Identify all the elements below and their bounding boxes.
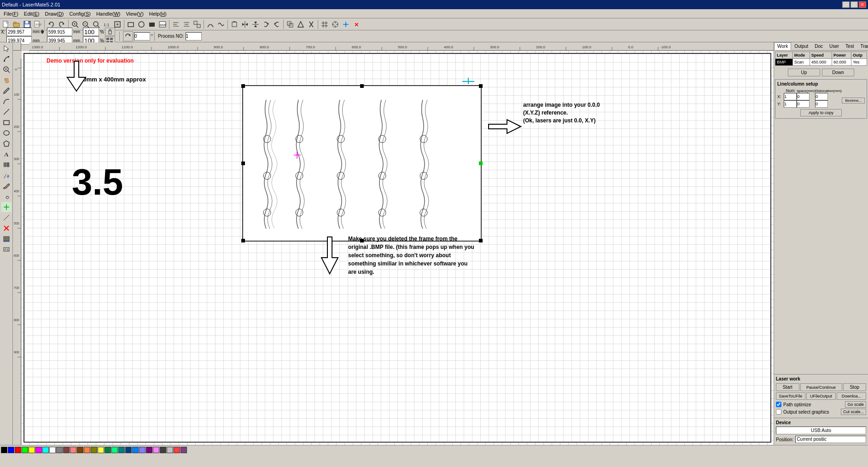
- lc-y-disloc-input[interactable]: [815, 100, 828, 108]
- color-swatch-white[interactable]: [49, 447, 56, 453]
- color-swatch-sky[interactable]: [132, 447, 139, 453]
- rotation-input[interactable]: [134, 32, 150, 40]
- color-swatch-orange-dark[interactable]: [77, 447, 83, 453]
- fill-tool-button[interactable]: [1, 170, 12, 180]
- handle-bl[interactable]: [241, 239, 245, 242]
- process-input[interactable]: [186, 32, 202, 40]
- align-center-button[interactable]: [181, 19, 192, 29]
- spiro-button[interactable]: [216, 19, 226, 29]
- menu-config[interactable]: Config(S): [66, 10, 93, 17]
- color-swatch-red[interactable]: [15, 447, 21, 453]
- color-swatch-purple[interactable]: [146, 447, 152, 453]
- bezier-tool-button[interactable]: [1, 96, 12, 106]
- barcode-tool-button[interactable]: [1, 160, 12, 170]
- handle-tl[interactable]: [241, 84, 245, 88]
- effects-button[interactable]: FX: [1, 244, 12, 254]
- color-swatch-yellow[interactable]: [29, 447, 35, 453]
- color-swatch-green-light[interactable]: [111, 447, 118, 453]
- color-swatch-yellow-light[interactable]: [98, 447, 104, 453]
- go-scale-button[interactable]: Go scale: [845, 401, 866, 408]
- color-swatch-violet[interactable]: [153, 447, 159, 453]
- color-swatch-green-dark[interactable]: [105, 447, 111, 453]
- lc-x-num-input[interactable]: [784, 93, 797, 100]
- down-button[interactable]: Down: [822, 69, 854, 76]
- path-optimize-checkbox[interactable]: [776, 402, 781, 407]
- node-edit-button[interactable]: [205, 19, 216, 29]
- line-tool-button[interactable]: [1, 107, 12, 117]
- layer-row-bmp[interactable]: BMP Scan 450.000 60.000 Yes: [775, 59, 867, 66]
- rotate-reset-button[interactable]: [123, 31, 133, 41]
- lc-y-num-input[interactable]: [784, 100, 797, 108]
- menu-edit[interactable]: Edit(E): [21, 10, 42, 17]
- color-swatch-olive[interactable]: [91, 447, 97, 453]
- tab-test[interactable]: Test: [842, 42, 857, 50]
- cut-button[interactable]: [306, 19, 316, 29]
- delete-button[interactable]: ✕: [351, 19, 361, 29]
- eyedropper-button[interactable]: [1, 181, 12, 191]
- menu-view[interactable]: View(V): [123, 10, 146, 17]
- transform-button[interactable]: [229, 19, 239, 29]
- lock-ratio-button[interactable]: [105, 28, 115, 36]
- maximize-button[interactable]: □: [851, 1, 858, 8]
- x-size-down[interactable]: [41, 32, 44, 34]
- start-button[interactable]: Start: [776, 383, 799, 391]
- select-tool-button[interactable]: [1, 43, 12, 53]
- circle-button[interactable]: [136, 19, 146, 29]
- ufile-output-button[interactable]: UFileOutput: [806, 392, 836, 400]
- handle-tc[interactable]: [360, 84, 364, 88]
- combine-button[interactable]: [285, 19, 295, 29]
- rect-button[interactable]: [126, 19, 136, 29]
- handle-mr[interactable]: [479, 161, 483, 165]
- menu-handle[interactable]: Handle(W): [93, 10, 123, 17]
- color-swatch-periwinkle[interactable]: [139, 447, 146, 453]
- laser-origin-button[interactable]: [1, 202, 12, 212]
- color-swatch-mauve[interactable]: [181, 447, 187, 453]
- lc-x-space-input[interactable]: [797, 93, 810, 100]
- node-tool-button[interactable]: [1, 54, 12, 64]
- up-button[interactable]: Up: [788, 69, 820, 76]
- lc-x-disloc-input[interactable]: [815, 93, 828, 100]
- menu-file[interactable]: File(F): [1, 10, 21, 17]
- text-tool-button[interactable]: A: [1, 149, 12, 159]
- menu-help[interactable]: Help(H): [146, 10, 169, 17]
- tab-user[interactable]: User: [826, 42, 842, 50]
- ellipse-tool-button[interactable]: [1, 128, 12, 138]
- snap-button[interactable]: [330, 19, 340, 29]
- color-swatch-pink[interactable]: [70, 447, 76, 453]
- tab-transfo[interactable]: Transfo: [857, 42, 868, 50]
- pencil-tool-button[interactable]: [1, 86, 12, 96]
- color-swatch-green[interactable]: [22, 447, 28, 453]
- rotate-ccw-button[interactable]: [272, 19, 282, 29]
- weld-button[interactable]: [296, 19, 306, 29]
- spiral-button[interactable]: [1, 191, 12, 202]
- x-coord-input[interactable]: [6, 28, 32, 36]
- group-button[interactable]: [192, 19, 202, 29]
- canvas-area[interactable]: Demo version only for evaluation 600mm x…: [21, 51, 774, 445]
- color-swatch-coral[interactable]: [174, 447, 180, 453]
- color-swatch-silver[interactable]: [167, 447, 173, 453]
- tab-output[interactable]: Output: [791, 42, 811, 50]
- delete-x-button[interactable]: [1, 223, 12, 233]
- close-button[interactable]: ✕: [859, 1, 866, 8]
- zoom-tool-button[interactable]: [1, 64, 12, 75]
- lc-y-space-input[interactable]: [797, 100, 810, 108]
- tab-doc[interactable]: Doc: [811, 42, 826, 50]
- apply-to-copy-button[interactable]: Apply to copy: [800, 109, 842, 116]
- bestrew-button[interactable]: Bestrew...: [842, 98, 865, 104]
- color-swatch-brown[interactable]: [63, 447, 70, 453]
- rotate-cw-button[interactable]: [261, 19, 271, 29]
- output-select-checkbox[interactable]: [776, 409, 781, 415]
- bmp-image-frame[interactable]: [242, 85, 482, 242]
- stop-button[interactable]: Stop: [843, 383, 867, 391]
- color-swatch-cyan[interactable]: [42, 447, 49, 453]
- origin-button[interactable]: [341, 19, 351, 29]
- tab-work[interactable]: Work: [774, 42, 791, 50]
- color-swatch-navy-light[interactable]: [125, 447, 132, 453]
- minimize-button[interactable]: –: [842, 1, 850, 8]
- mirror-v-button[interactable]: [250, 19, 261, 29]
- bmp-button[interactable]: BMP: [157, 19, 168, 29]
- grid-button[interactable]: [320, 19, 330, 29]
- hand-tool-button[interactable]: [1, 75, 12, 85]
- menu-draw[interactable]: Draw(D): [42, 10, 66, 17]
- color-swatch-orange[interactable]: [84, 447, 90, 453]
